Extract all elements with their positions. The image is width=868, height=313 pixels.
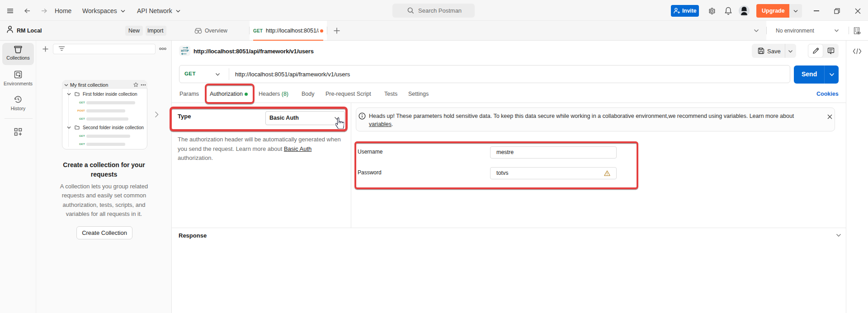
svg-text:HTTP: HTTP: [181, 49, 189, 52]
